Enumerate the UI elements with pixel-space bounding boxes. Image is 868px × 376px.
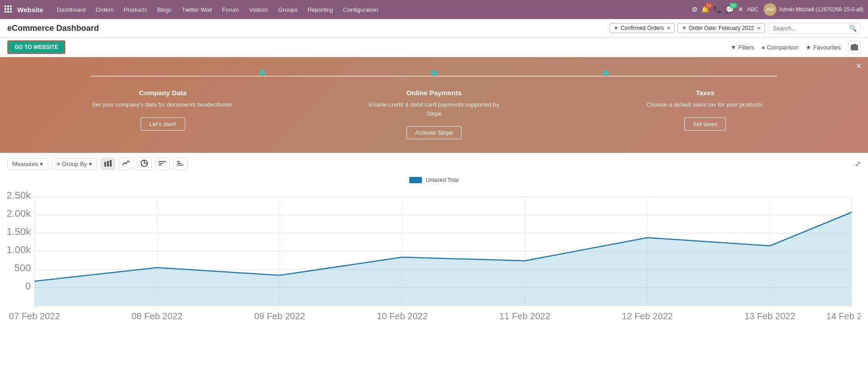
grid-menu-icon[interactable] <box>5 5 12 14</box>
svg-rect-6 <box>5 11 6 13</box>
notifications-icon[interactable]: 🔔13 <box>701 5 710 14</box>
step-dot-2 <box>431 70 437 76</box>
svg-rect-5 <box>10 8 12 10</box>
star-icon: ★ <box>806 44 811 51</box>
top-navigation: Website Dashboard Orders Products Blogs … <box>0 0 868 19</box>
svg-rect-20 <box>177 165 183 166</box>
search-icon[interactable]: 🔍 <box>849 24 857 32</box>
svg-text:08 Feb 2022: 08 Feb 2022 <box>132 311 182 321</box>
nav-visitors[interactable]: Visitors <box>245 5 273 15</box>
svg-text:13 Feb 2022: 13 Feb 2022 <box>745 311 795 321</box>
svg-text:09 Feb 2022: 09 Feb 2022 <box>254 311 305 321</box>
favourites-button[interactable]: ★ Favourites <box>806 44 841 51</box>
filter-confirmed-orders[interactable]: ▼ Confirmed Orders ✕ <box>609 23 675 33</box>
chart-legend: Untaxed Total <box>7 177 861 183</box>
funnel-icon-2: ▼ <box>682 25 687 31</box>
step-2-button[interactable]: Activate Stripe <box>407 126 462 139</box>
step-1-button[interactable]: Let's start! <box>141 117 185 131</box>
phone-icon[interactable]: 📞 <box>713 5 722 14</box>
nav-products[interactable]: Products <box>119 5 152 15</box>
svg-rect-10 <box>107 161 109 166</box>
step-3-button[interactable]: Set taxes <box>684 117 726 131</box>
nav-icons: ⚙ 🔔13 📞 💬39 ✕ ABC AM Admin Mitchell (128… <box>691 3 863 16</box>
setup-banner: ✕ Company Data Set your company's data f… <box>0 57 868 153</box>
svg-rect-16 <box>159 163 163 164</box>
filter-label-1: Confirmed Orders <box>621 25 664 31</box>
svg-rect-3 <box>5 8 6 10</box>
chart-area: Measures ▾ ≡ Group By ▾ <box>0 153 868 330</box>
chat-badge: 39 <box>729 3 737 8</box>
username-label: Admin Mitchell (12870268-15-0-all) <box>779 6 863 13</box>
filter-order-date[interactable]: ▼ Order Date: February 2022 ✕ <box>677 23 765 33</box>
group-by-button[interactable]: ≡ Group By ▾ <box>52 158 97 170</box>
settings-icon[interactable]: ⚙ <box>691 5 697 14</box>
measures-label: Measures <box>12 161 38 167</box>
measures-button[interactable]: Measures ▾ <box>7 158 48 170</box>
line-chart-icon[interactable] <box>119 158 133 170</box>
filter-tags: ▼ Confirmed Orders ✕ ▼ Order Date: Febru… <box>609 23 765 33</box>
svg-rect-8 <box>10 11 12 13</box>
comparison-button[interactable]: ● Comparison <box>761 44 799 51</box>
step-1-description: Set your company's data for documents he… <box>90 100 235 109</box>
group-by-chevron: ▾ <box>89 161 92 167</box>
search-box[interactable]: 🔍 <box>769 23 861 34</box>
nav-groups[interactable]: Groups <box>274 5 302 15</box>
bar-chart-icon[interactable] <box>101 158 115 170</box>
user-avatar[interactable]: AM Admin Mitchell (12870268-15-0-all) <box>764 3 863 16</box>
nav-reporting[interactable]: Reporting <box>303 5 338 15</box>
svg-text:500: 500 <box>14 262 31 273</box>
funnel-icon-1: ▼ <box>613 25 619 31</box>
filter-remove-2[interactable]: ✕ <box>757 25 761 31</box>
nav-forum[interactable]: Forum <box>217 5 244 15</box>
close-icon[interactable]: ✕ <box>738 5 744 14</box>
setup-step-3: Taxes Choose a default sales tax for you… <box>633 89 778 131</box>
nav-twitter-wall[interactable]: Twitter Wall <box>177 5 216 15</box>
camera-icon[interactable] <box>848 41 861 54</box>
filter-label-2: Order Date: February 2022 <box>689 25 754 31</box>
nav-dashboard[interactable]: Dashboard <box>52 5 90 15</box>
step-2-title: Online Payments <box>361 89 506 97</box>
pie-chart-icon[interactable] <box>137 157 152 171</box>
nav-configuration[interactable]: Configuration <box>338 5 383 15</box>
nav-orders[interactable]: Orders <box>91 5 118 15</box>
filter-remove-1[interactable]: ✕ <box>667 25 671 31</box>
legend-label: Untaxed Total <box>426 177 459 183</box>
abc-label: ABC <box>747 6 759 13</box>
svg-rect-19 <box>177 163 181 164</box>
step-dot-1 <box>259 70 265 76</box>
comparison-label: Comparison <box>767 44 799 51</box>
svg-rect-0 <box>5 5 6 7</box>
go-to-website-button[interactable]: GO TO WEBSITE <box>7 40 65 54</box>
chart-toolbar: Measures ▾ ≡ Group By ▾ <box>7 157 861 171</box>
step-1-title: Company Data <box>90 89 235 97</box>
svg-rect-9 <box>104 162 106 166</box>
header-right: ▼ Confirmed Orders ✕ ▼ Order Date: Febru… <box>99 23 861 34</box>
measures-chevron: ▾ <box>40 161 43 167</box>
filters-button[interactable]: ▼ Filters <box>731 44 754 51</box>
step-3-title: Taxes <box>633 89 778 97</box>
setup-step-1: Company Data Set your company's data for… <box>90 89 235 131</box>
svg-text:0: 0 <box>25 280 31 292</box>
svg-rect-15 <box>159 165 162 166</box>
svg-rect-2 <box>10 5 12 7</box>
svg-text:14 Feb 2022: 14 Feb 2022 <box>826 311 861 321</box>
group-by-label: Group By <box>62 161 87 167</box>
brand-name[interactable]: Website <box>17 6 43 14</box>
comparison-icon: ● <box>761 44 765 51</box>
svg-text:2.00k: 2.00k <box>7 208 31 219</box>
sort-asc-icon[interactable] <box>155 158 170 170</box>
svg-text:12 Feb 2022: 12 Feb 2022 <box>622 311 673 321</box>
setup-step-2: Online Payments Enable credit & debit ca… <box>361 89 506 139</box>
chart-svg-container: 2.50k 2.00k 1.50k 1.00k 500 0 07 Feb 202… <box>7 188 861 325</box>
nav-blogs[interactable]: Blogs <box>152 5 177 15</box>
banner-close-icon[interactable]: ✕ <box>856 62 862 70</box>
step-2-description: Enable credit & debit card payments supp… <box>361 100 506 118</box>
svg-text:1.00k: 1.00k <box>7 244 31 255</box>
search-input[interactable] <box>773 25 849 32</box>
svg-rect-7 <box>7 11 9 13</box>
sort-desc-icon[interactable] <box>173 158 188 170</box>
favourites-label: Favourites <box>813 44 841 51</box>
expand-icon[interactable]: ⤢ <box>855 160 861 168</box>
filters-label: Filters <box>738 44 754 51</box>
chat-icon[interactable]: 💬39 <box>726 5 734 14</box>
